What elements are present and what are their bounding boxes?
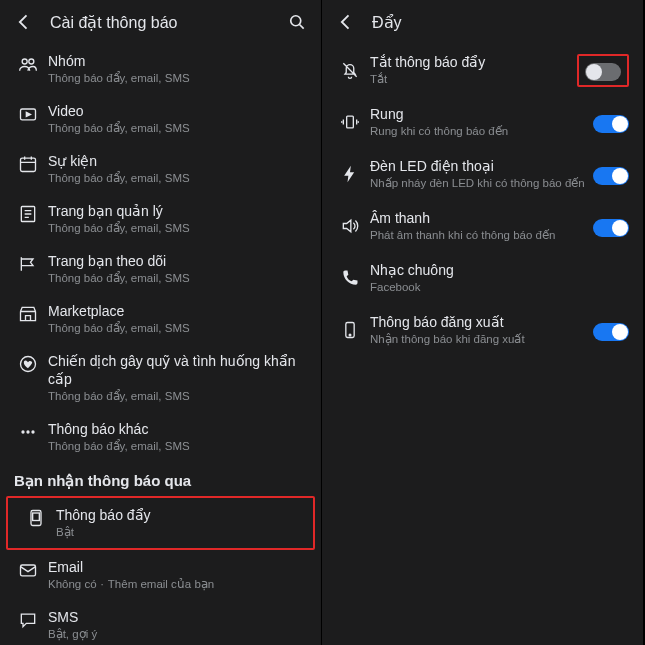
item-label: Thông báo khác [48,420,307,438]
item-label: Trang bạn quản lý [48,202,307,220]
left-items-list: NhómThông báo đẩy, email, SMSVideoThông … [0,44,321,462]
push-label: Âm thanh [370,209,585,227]
setting-item-heart[interactable]: Chiến dịch gây quỹ và tình huống khẩn cấ… [0,344,321,412]
toggle-bell-slash[interactable] [585,63,621,81]
bolt-icon [340,164,370,184]
svg-rect-12 [21,565,36,576]
email-icon [18,558,48,580]
svg-point-8 [26,430,29,433]
right-header: Đẩy [322,0,643,44]
push-label: Rung [370,105,585,123]
item-label: Nhóm [48,52,307,70]
vibrate-icon [340,112,370,132]
follow-icon [18,252,48,274]
item-sub: Thông báo đẩy, email, SMS [48,71,307,86]
receive-label: Thông báo đẩy [56,506,299,524]
item-sub: Thông báo đẩy, email, SMS [48,171,307,186]
push-item-phone[interactable]: Nhạc chuôngFacebook [322,252,643,304]
svg-point-9 [31,430,34,433]
receive-sub: Bật [56,525,299,540]
item-sub: Thông báo đẩy, email, SMS [48,221,307,236]
toggle-sound[interactable] [593,219,629,237]
setting-item-store[interactable]: MarketplaceThông báo đẩy, email, SMS [0,294,321,344]
right-panel: Đẩy Tắt thông báo đẩyTắtRungRung khi có … [322,0,644,645]
item-label: Sự kiện [48,152,307,170]
back-arrow-icon[interactable] [12,10,36,34]
push-label: Đèn LED điện thoại [370,157,585,175]
toggle-bolt[interactable] [593,167,629,185]
calendar-icon [18,152,48,174]
sms-icon [18,608,48,630]
setting-item-dots[interactable]: Thông báo khácThông báo đẩy, email, SMS [0,412,321,462]
left-header: Cài đặt thông báo [0,0,321,44]
svg-rect-11 [33,513,40,521]
receive-sub: Bật, gợi ý [48,627,307,642]
push-label: Thông báo đăng xuất [370,313,585,331]
receive-item-email[interactable]: EmailKhông có·Thêm email của bạn [0,550,321,600]
back-arrow-icon[interactable] [334,10,358,34]
item-label: Video [48,102,307,120]
push-label: Tắt thông báo đẩy [370,53,569,71]
left-receive-list: Thông báo đẩyBậtEmailKhông có·Thêm email… [0,496,321,645]
item-sub: Thông báo đẩy, email, SMS [48,439,307,454]
item-label: Marketplace [48,302,307,320]
setting-item-video[interactable]: VideoThông báo đẩy, email, SMS [0,94,321,144]
svg-rect-4 [21,158,36,171]
push-sub: Tắt [370,72,569,87]
right-header-title: Đẩy [372,13,631,32]
receive-sub: Không có·Thêm email của bạn [48,577,307,592]
video-icon [18,102,48,124]
setting-item-calendar[interactable]: Sự kiệnThông báo đẩy, email, SMS [0,144,321,194]
svg-point-1 [22,59,27,64]
receive-label: SMS [48,608,307,626]
item-sub: Thông báo đẩy, email, SMS [48,121,307,136]
receive-label: Email [48,558,307,576]
item-sub: Thông báo đẩy, email, SMS [48,271,307,286]
svg-point-18 [349,334,351,336]
mobile-icon [340,320,370,340]
search-icon[interactable] [285,10,309,34]
push-icon [26,506,56,528]
receive-item-push[interactable]: Thông báo đẩyBật [8,498,313,548]
pages-icon [18,202,48,224]
item-label: Trang bạn theo dõi [48,252,307,270]
phone-icon [340,268,370,288]
receive-section-header: Bạn nhận thông báo qua [0,462,321,496]
setting-item-follow[interactable]: Trang bạn theo dõiThông báo đẩy, email, … [0,244,321,294]
push-item-mobile[interactable]: Thông báo đăng xuấtNhận thông báo khi đă… [322,304,643,356]
bell-slash-icon [340,60,370,80]
item-sub: Thông báo đẩy, email, SMS [48,321,307,336]
push-sub: Nhận thông báo khi đăng xuất [370,332,585,347]
toggle-vibrate[interactable] [593,115,629,133]
left-panel: Cài đặt thông báo NhómThông báo đẩy, ema… [0,0,322,645]
push-item-bell-slash[interactable]: Tắt thông báo đẩyTắt [322,44,643,96]
store-icon [18,302,48,324]
item-label: Chiến dịch gây quỹ và tình huống khẩn cấ… [48,352,307,388]
svg-point-7 [21,430,24,433]
item-sub: Thông báo đẩy, email, SMS [48,389,307,404]
receive-item-sms[interactable]: SMSBật, gợi ý [0,600,321,645]
svg-rect-16 [347,116,354,128]
setting-item-pages[interactable]: Trang bạn quản lýThông báo đẩy, email, S… [0,194,321,244]
push-sub: Nhấp nháy đèn LED khi có thông báo đến [370,176,585,191]
push-item-bolt[interactable]: Đèn LED điện thoạiNhấp nháy đèn LED khi … [322,148,643,200]
group-icon [18,52,48,74]
sound-icon [340,216,370,236]
setting-item-group[interactable]: NhómThông báo đẩy, email, SMS [0,44,321,94]
right-rows-list: Tắt thông báo đẩyTắtRungRung khi có thôn… [322,44,643,356]
push-item-sound[interactable]: Âm thanhPhát âm thanh khi có thông báo đ… [322,200,643,252]
push-label: Nhạc chuông [370,261,621,279]
svg-point-2 [29,59,34,64]
heart-icon [18,352,48,374]
svg-point-0 [291,16,301,26]
push-sub: Rung khi có thông báo đến [370,124,585,139]
push-sub: Facebook [370,280,621,295]
left-header-title: Cài đặt thông báo [50,13,285,32]
push-sub: Phát âm thanh khi có thông báo đến [370,228,585,243]
push-item-vibrate[interactable]: RungRung khi có thông báo đến [322,96,643,148]
toggle-mobile[interactable] [593,323,629,341]
dots-icon [18,420,48,442]
